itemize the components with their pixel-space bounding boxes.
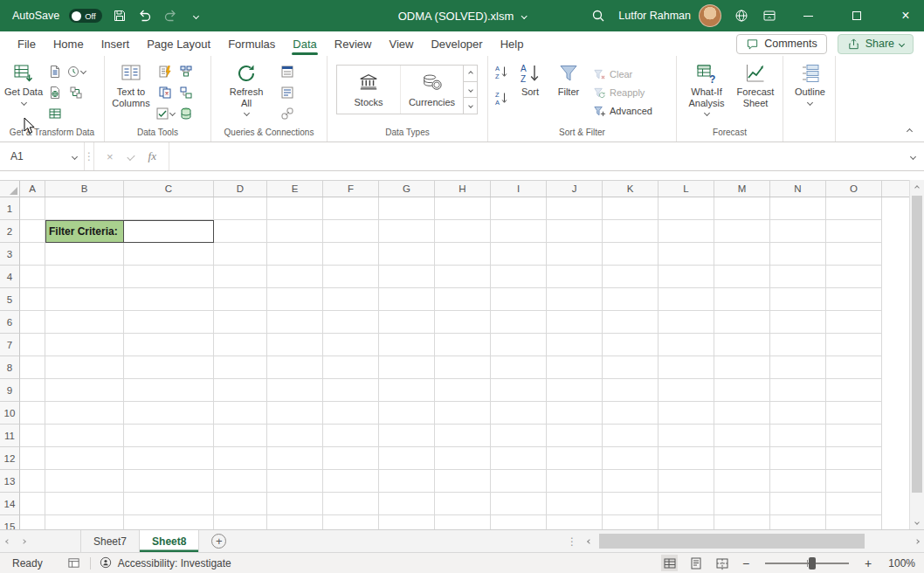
column-header-K[interactable]: K <box>603 181 659 197</box>
cell-E13[interactable] <box>267 470 323 493</box>
cell-J14[interactable] <box>547 493 603 515</box>
cell-N4[interactable] <box>770 266 826 288</box>
cell-C9[interactable] <box>124 379 214 402</box>
cell-C2[interactable] <box>124 220 214 243</box>
cell-L5[interactable] <box>659 288 714 311</box>
cell-I6[interactable] <box>491 311 547 334</box>
consolidate-button[interactable] <box>176 63 196 79</box>
cell-D2[interactable] <box>214 220 267 243</box>
normal-view-button[interactable] <box>661 555 678 571</box>
formula-bar-splitter[interactable]: ⋮ <box>84 142 94 170</box>
ribbon-tab-developer[interactable]: Developer <box>422 31 491 56</box>
accessibility-status[interactable]: Accessibility: Investigate <box>118 557 231 570</box>
zoom-in-button[interactable]: + <box>862 556 874 570</box>
save-button[interactable] <box>112 8 128 24</box>
cell-F8[interactable] <box>323 356 379 379</box>
cell-A6[interactable] <box>20 311 45 334</box>
cell-B11[interactable] <box>45 425 124 447</box>
cell-J5[interactable] <box>547 288 603 311</box>
confirm-entry-button[interactable] <box>128 155 134 159</box>
relationships-button[interactable] <box>176 84 196 100</box>
row-header-15[interactable]: 15 <box>0 515 20 529</box>
cell-E1[interactable] <box>267 197 323 220</box>
cell-G11[interactable] <box>379 425 435 447</box>
cell-I5[interactable] <box>491 288 547 311</box>
remove-duplicates-button[interactable] <box>155 84 175 100</box>
cell-O11[interactable] <box>826 425 882 447</box>
cell-I7[interactable] <box>491 334 547 356</box>
cell-C8[interactable] <box>124 356 214 379</box>
cell-A15[interactable] <box>20 515 45 529</box>
cell-N2[interactable] <box>770 220 826 243</box>
cell-A7[interactable] <box>20 334 45 356</box>
cell-L15[interactable] <box>659 515 714 529</box>
cell-K8[interactable] <box>603 356 659 379</box>
manage-data-model-button[interactable] <box>176 105 196 121</box>
cell-A9[interactable] <box>20 379 45 402</box>
cell-D1[interactable] <box>214 197 267 220</box>
cell-G8[interactable] <box>379 356 435 379</box>
cell-M11[interactable] <box>714 425 770 447</box>
cell-L8[interactable] <box>659 356 714 379</box>
cell-E3[interactable] <box>267 243 323 266</box>
cell-K1[interactable] <box>603 197 659 220</box>
cell-I15[interactable] <box>491 515 547 529</box>
cell-K15[interactable] <box>603 515 659 529</box>
cell-K6[interactable] <box>603 311 659 334</box>
what-if-analysis-button[interactable]: ? What-If Analysis <box>682 59 731 115</box>
cell-L13[interactable] <box>659 470 714 493</box>
get-data-button[interactable]: Get Data <box>3 59 44 105</box>
horizontal-scroll-thumb[interactable] <box>599 534 865 549</box>
cell-J7[interactable] <box>547 334 603 356</box>
properties-button[interactable] <box>278 84 297 100</box>
sort-button[interactable]: AZ Sort <box>513 59 548 98</box>
clear-filter-button[interactable]: Clear <box>593 66 652 82</box>
cell-B13[interactable] <box>45 470 124 493</box>
name-box[interactable]: A1 <box>0 142 84 170</box>
cell-L1[interactable] <box>659 197 714 220</box>
cell-M8[interactable] <box>714 356 770 379</box>
cell-H14[interactable] <box>435 493 491 515</box>
minimize-button[interactable] <box>790 0 826 31</box>
row-header-3[interactable]: 3 <box>0 243 20 266</box>
cell-E8[interactable] <box>267 356 323 379</box>
cell-I1[interactable] <box>491 197 547 220</box>
cell-G1[interactable] <box>379 197 435 220</box>
select-all-corner[interactable] <box>0 181 20 197</box>
gallery-down-button[interactable] <box>464 81 477 98</box>
cell-C10[interactable] <box>124 402 214 425</box>
cell-B8[interactable] <box>45 356 124 379</box>
cell-J10[interactable] <box>547 402 603 425</box>
cell-C11[interactable] <box>124 425 214 447</box>
macro-record-button[interactable] <box>67 556 81 570</box>
sheet-tab-sheet8[interactable]: Sheet8 <box>140 530 199 552</box>
cell-D8[interactable] <box>214 356 267 379</box>
tab-split-handle[interactable]: ⋮ <box>562 530 582 552</box>
cell-O5[interactable] <box>826 288 882 311</box>
column-header-I[interactable]: I <box>491 181 547 197</box>
cell-F14[interactable] <box>323 493 379 515</box>
redo-button[interactable] <box>162 8 178 24</box>
horizontal-scroll-track[interactable] <box>596 530 909 552</box>
cell-F4[interactable] <box>323 266 379 288</box>
cell-N5[interactable] <box>770 288 826 311</box>
maximize-button[interactable] <box>838 0 875 31</box>
cell-O9[interactable] <box>826 379 882 402</box>
cell-D3[interactable] <box>214 243 267 266</box>
row-header-8[interactable]: 8 <box>0 356 20 379</box>
autosave-toggle[interactable]: Off <box>69 9 102 23</box>
cell-H6[interactable] <box>435 311 491 334</box>
ribbon-tab-view[interactable]: View <box>380 31 422 56</box>
cell-I8[interactable] <box>491 356 547 379</box>
cell-A5[interactable] <box>20 288 45 311</box>
scroll-left-button[interactable] <box>582 530 596 552</box>
cell-C5[interactable] <box>124 288 214 311</box>
search-icon[interactable] <box>590 8 606 24</box>
cell-M5[interactable] <box>714 288 770 311</box>
row-header-1[interactable]: 1 <box>0 197 20 220</box>
globe-icon[interactable] <box>734 8 749 24</box>
currencies-button[interactable]: Currencies <box>400 66 463 114</box>
edit-links-button[interactable] <box>278 105 297 121</box>
cell-D10[interactable] <box>214 402 267 425</box>
cell-N9[interactable] <box>770 379 826 402</box>
